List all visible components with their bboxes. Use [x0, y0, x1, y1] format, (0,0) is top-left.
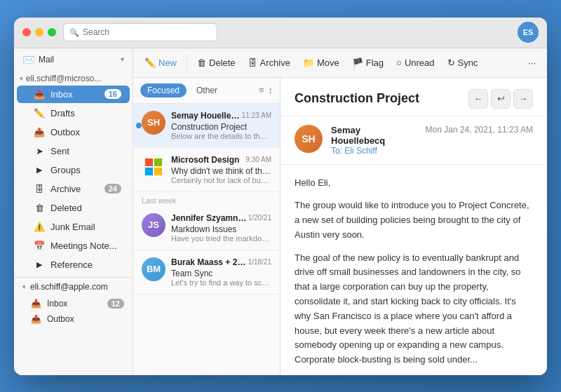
maximize-button[interactable]	[48, 28, 56, 36]
nav-back-button[interactable]: ←	[468, 89, 488, 109]
sidebar-item-drafts[interactable]: ✏️ Drafts	[17, 104, 130, 122]
account2-outbox[interactable]: 📤 Outbox	[14, 311, 133, 327]
junk-icon: ⚠️	[34, 222, 45, 232]
unread-label: Unread	[405, 58, 435, 68]
email-time: 1/20/21	[248, 214, 271, 222]
email-preview: Let's try to find a way to schedule a...	[171, 278, 271, 287]
email-time: 1/18/21	[248, 258, 271, 266]
sidebar-item-outbox[interactable]: 📤 Outbox	[17, 123, 130, 141]
flag-button[interactable]: 🏴 Flag	[346, 55, 389, 71]
sidebar-item-label: Reference	[50, 259, 121, 270]
archive-icon: 🗄	[34, 184, 45, 194]
email-time: 9:30 AM	[245, 156, 271, 163]
archive-button[interactable]: 🗄 Archive	[243, 55, 296, 71]
email-item[interactable]: BM Burak Maass + 2 others 1/18/21 Team S…	[133, 250, 280, 295]
sidebar-item-deleted[interactable]: 🗑 Deleted	[17, 199, 130, 217]
account-header[interactable]: ✉️ Mail ▾	[14, 48, 133, 71]
sender-avatar: SH	[295, 125, 323, 153]
sidebar-item-sent[interactable]: ➤ Sent	[17, 142, 130, 160]
sidebar-item-label: Inbox	[50, 89, 99, 100]
minimize-button[interactable]	[35, 28, 43, 36]
outbox-icon: 📤	[34, 127, 45, 137]
svg-rect-2	[145, 167, 153, 175]
inbox-badge: 16	[104, 89, 121, 99]
meetings-icon: 📅	[34, 241, 45, 251]
sidebar-item-reference[interactable]: ▶ Reference	[17, 256, 130, 273]
account-name: Mail	[39, 55, 116, 65]
unread-icon: ○	[396, 58, 402, 68]
sort-icon[interactable]: ↕	[269, 85, 273, 95]
search-bar[interactable]: 🔍	[63, 23, 217, 41]
sidebar-item-label: Outbox	[50, 127, 121, 137]
sidebar-item-archive[interactable]: 🗄 Archive 24	[17, 180, 130, 198]
tab-focused[interactable]: Focused	[140, 83, 187, 97]
account2-inbox-badge: 12	[107, 299, 124, 309]
move-icon: 📁	[303, 58, 314, 68]
mail-icon: ✉️	[22, 54, 34, 65]
sidebar-item-label: Sent	[50, 146, 121, 156]
email-item[interactable]: SH Semay Houellebecq 11:23 AM Constructi…	[133, 104, 280, 148]
account2-name: eli.schiff@apple.com	[30, 282, 124, 292]
account2-inbox-label: Inbox	[47, 299, 67, 309]
email-item[interactable]: JS Jennifer Szyamnski 1/20/21 Markdown I…	[133, 206, 280, 250]
flag-icon: 🏴	[352, 58, 363, 68]
avatar: BM	[142, 257, 165, 281]
account2-header[interactable]: ▾ eli.schiff@apple.com	[14, 278, 133, 296]
account-avatar[interactable]: ES	[518, 22, 539, 43]
account2-outbox-label: Outbox	[47, 314, 74, 324]
sync-button[interactable]: ↻ Sync	[442, 55, 484, 71]
unread-button[interactable]: ○ Unread	[391, 55, 440, 71]
nav-forward-button[interactable]: →	[513, 89, 533, 109]
email-subject: Markdown Issues	[171, 224, 271, 234]
more-button[interactable]: ···	[522, 55, 541, 71]
delete-button[interactable]: 🗑 Delete	[191, 55, 241, 71]
meta-sender-name: Semay Houellebecq	[331, 125, 417, 146]
sidebar-item-label: Groups	[50, 165, 121, 175]
svg-rect-1	[154, 158, 162, 165]
move-label: Move	[317, 58, 339, 68]
flag-label: Flag	[366, 58, 384, 68]
search-input[interactable]	[83, 27, 211, 37]
outbox-icon: 📤	[31, 314, 41, 324]
archive-label: Archive	[260, 58, 290, 68]
delete-icon: 🗑	[197, 58, 206, 68]
filter-icon[interactable]: ≡	[259, 85, 264, 95]
email-greeting: Hello Eli,	[295, 176, 533, 191]
meta-info: Semay Houellebecq To: Eli Schiff	[331, 125, 417, 156]
more-icon: ···	[528, 58, 536, 68]
email-body: Hello Eli, The group would like to intro…	[280, 165, 547, 375]
move-button[interactable]: 📁 Move	[297, 55, 345, 71]
email-detail: Construction Project ← ↩ → SH Semay Houe…	[280, 78, 547, 375]
account1-section[interactable]: ▾ eli.schiff@microso...	[14, 71, 133, 85]
archive-badge: 24	[104, 184, 121, 194]
email-preview: Certainly not for lack of budget...	[171, 176, 271, 184]
sync-label: Sync	[458, 58, 478, 68]
title-bar: 🔍 ES	[14, 18, 547, 48]
account2-inbox[interactable]: 📥 Inbox 12	[14, 296, 133, 311]
close-button[interactable]	[22, 28, 31, 36]
sent-icon: ➤	[34, 146, 45, 156]
sidebar-item-meetings[interactable]: 📅 Meetings Note...	[17, 237, 130, 255]
svg-rect-3	[154, 167, 162, 175]
email-sender: Jennifer Szyamnski	[171, 213, 248, 223]
email-subject: Construction Project	[171, 122, 271, 132]
inbox-icon: 📥	[34, 89, 45, 100]
meta-to: To: Eli Schiff	[331, 146, 417, 156]
sidebar-item-junk[interactable]: ⚠️ Junk Email	[17, 218, 130, 236]
tab-other[interactable]: Other	[189, 83, 224, 97]
email-list-panel: Focused Other ≡ ↕ SH	[133, 78, 280, 375]
sidebar-item-label: Meetings Note...	[50, 241, 121, 251]
nav-reply-button[interactable]: ↩	[491, 89, 511, 109]
app-window: 🔍 ES ✉️ Mail ▾ ▾ eli.schiff@microso... 📥…	[14, 18, 547, 375]
archive-icon: 🗄	[248, 58, 257, 68]
compose-icon: ✏️	[144, 58, 156, 68]
email-item[interactable]: Microsoft Design 9:30 AM Why didn't we t…	[133, 148, 280, 192]
toolbar: ✏️ New 🗑 Delete 🗄 Archive 📁 Move 🏴	[133, 48, 547, 78]
main-content: ✉️ Mail ▾ ▾ eli.schiff@microso... 📥 Inbo…	[14, 48, 547, 375]
account1-label: eli.schiff@microso...	[26, 74, 101, 83]
svg-rect-0	[145, 158, 153, 165]
new-button[interactable]: ✏️ New	[139, 55, 182, 71]
email-subject: Team Sync	[171, 269, 271, 278]
sidebar-item-inbox[interactable]: 📥 Inbox 16	[17, 86, 130, 103]
sidebar-item-groups[interactable]: ▶ Groups	[17, 161, 130, 179]
